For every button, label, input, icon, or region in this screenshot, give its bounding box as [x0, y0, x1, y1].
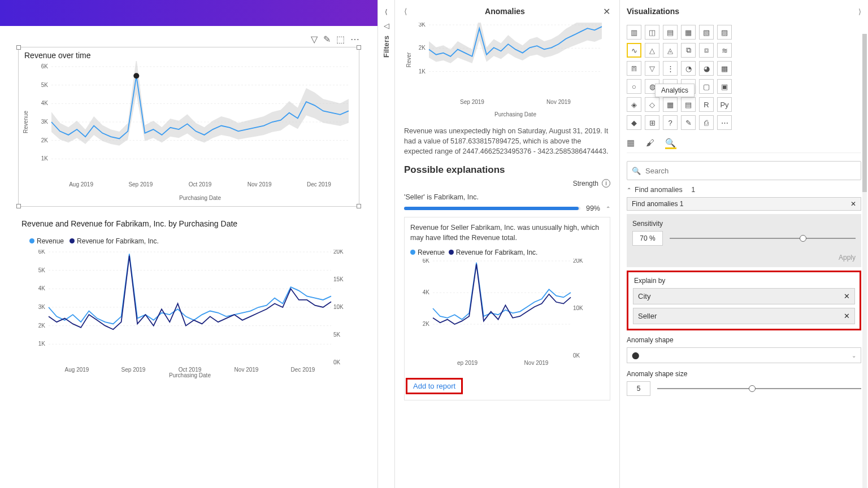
remove-icon[interactable]: ✕ [844, 312, 850, 320]
viz-type-narrative[interactable]: ✎ [681, 115, 696, 130]
shape-size-slider[interactable] [657, 388, 861, 389]
svg-text:2K: 2K [41, 137, 49, 143]
viz-type-funnel[interactable]: ▽ [645, 61, 659, 76]
viz-type-map[interactable]: ○ [627, 79, 641, 94]
filters-pane-collapsed[interactable]: ⟨ ◁ Filters [377, 0, 394, 488]
legend-item: Revenue for Fabrikam, Inc. [77, 237, 159, 245]
viz-type-card[interactable]: ▢ [699, 79, 714, 94]
remove-icon[interactable]: ✕ [844, 292, 850, 300]
visual-toolbar: ▽ ✎ ⬚ ⋯ [18, 32, 359, 47]
viz-type-stacked-col[interactable]: ▤ [663, 25, 678, 40]
svg-text:Purchasing Date: Purchasing Date [494, 111, 536, 117]
svg-text:5K: 5K [38, 267, 46, 273]
explain-field-city[interactable]: City ✕ [633, 288, 855, 304]
viz-type-paginated[interactable]: ⎙ [699, 115, 714, 130]
filter-icon[interactable]: ▽ [311, 34, 318, 45]
find-anomalies-section[interactable]: ⌃ Find anomalies 1 [627, 186, 861, 194]
add-to-report-button[interactable]: Add to report [413, 382, 455, 390]
search-input[interactable] [644, 166, 856, 176]
viz-type-r[interactable]: R [699, 97, 714, 112]
svg-text:Dec 2019: Dec 2019 [291, 367, 315, 373]
fields-tab-icon[interactable]: ▦ [627, 138, 638, 149]
focus-icon[interactable]: ✎ [323, 34, 331, 45]
viz-type-decomp[interactable]: ⊞ [645, 115, 659, 130]
svg-text:Nov 2019: Nov 2019 [235, 367, 259, 373]
analytics-tab-icon[interactable]: 🔍 [665, 138, 676, 149]
chart-legend: Revenue Revenue for Fabrikam, Inc. [18, 235, 359, 247]
viz-type-treemap[interactable]: ▩ [717, 61, 732, 76]
viz-type-more[interactable]: ⋯ [717, 115, 732, 130]
viz-type-qa[interactable]: ? [663, 115, 678, 130]
anomaly-mini-chart: 1K2K3KSep 2019Nov 2019Purchasing DateRev… [404, 23, 607, 119]
anomaly-shape-select[interactable]: ⬤ ⌄ [627, 347, 861, 363]
chevron-left-icon[interactable]: ⟨ [385, 8, 388, 16]
sensitivity-input[interactable]: 70 % [632, 231, 663, 246]
viz-type-multi-card[interactable]: ▣ [717, 79, 732, 94]
viz-type-clustered-col[interactable]: ▦ [681, 25, 696, 40]
svg-text:4K: 4K [423, 289, 430, 295]
chevron-right-icon[interactable]: ⟩ [858, 7, 861, 16]
viz-type-100-col[interactable]: ▨ [717, 25, 732, 40]
viz-type-matrix[interactable]: ▤ [681, 97, 696, 112]
viz-type-key-influencer[interactable]: ◆ [627, 115, 641, 130]
shape-size-input[interactable]: 5 [627, 381, 650, 396]
format-tab-icon[interactable]: 🖌 [646, 138, 657, 149]
viz-type-line-col2[interactable]: ⧈ [699, 43, 714, 58]
viz-type-table[interactable]: ▦ [663, 97, 678, 112]
viz-type-stacked-bar[interactable]: ▥ [627, 25, 641, 40]
viz-type-pie[interactable]: ◔ [681, 61, 696, 76]
sensitivity-slider[interactable] [670, 238, 856, 239]
chevron-up-icon[interactable]: ⌃ [606, 206, 610, 212]
viz-type-line[interactable]: ∿ [627, 43, 641, 58]
apply-button[interactable]: Apply [632, 254, 856, 262]
svg-text:Sep 2019: Sep 2019 [121, 367, 146, 373]
explain-field-seller[interactable]: Seller ✕ [633, 308, 855, 324]
viz-type-stacked-area[interactable]: ◬ [663, 43, 678, 58]
svg-text:3K: 3K [41, 119, 49, 125]
viz-type-kpi[interactable]: ◈ [627, 97, 641, 112]
viz-type-py[interactable]: Py [717, 97, 732, 112]
viz-type-area[interactable]: △ [645, 43, 659, 58]
chevron-down-icon: ⌄ [852, 352, 856, 359]
format-tabs: ▦ 🖌 🔍 [627, 138, 861, 153]
revenue-line-chart: 1K2K3K4K5K6KAug 2019Sep 2019Oct 2019Nov … [21, 61, 357, 202]
svg-text:5K: 5K [41, 82, 49, 88]
svg-text:Revenue: Revenue [23, 111, 29, 133]
revenue-fabrikam-visual[interactable]: Revenue and Revenue for Fabrikam, Inc. b… [18, 218, 359, 381]
viz-type-scatter[interactable]: ⋮ [663, 61, 678, 76]
find-anomalies-item[interactable]: Find anomalies 1 ✕ [627, 197, 861, 211]
export-icon[interactable]: ⬚ [336, 34, 345, 45]
eraser-icon[interactable]: ◁ [384, 21, 389, 30]
svg-text:0K: 0K [573, 352, 580, 359]
sensitivity-label: Sensitivity [632, 220, 856, 228]
svg-text:2K: 2K [419, 45, 426, 51]
scrollbar[interactable] [862, 34, 867, 488]
possible-explanations-title: Possible explanations [404, 164, 610, 176]
svg-text:Dec 2019: Dec 2019 [307, 181, 331, 188]
viz-type-donut[interactable]: ◕ [699, 61, 714, 76]
viz-type-ribbon[interactable]: ≋ [717, 43, 732, 58]
viz-type-100-bar[interactable]: ▧ [699, 25, 714, 40]
close-icon[interactable]: ✕ [603, 6, 610, 17]
title-bar [0, 0, 377, 26]
strength-label: Strength [573, 180, 598, 188]
field-label: Seller [638, 312, 657, 320]
svg-text:Rever: Rever [406, 52, 412, 67]
svg-text:Sep 2019: Sep 2019 [460, 99, 484, 105]
svg-text:Purchasing Date: Purchasing Date [169, 372, 211, 378]
svg-text:1K: 1K [41, 155, 49, 162]
svg-text:5K: 5K [333, 332, 341, 338]
viz-type-clustered-bar[interactable]: ◫ [645, 25, 659, 40]
viz-type-waterfall[interactable]: ⩎ [627, 61, 641, 76]
back-icon[interactable]: ⟨ [404, 7, 407, 16]
remove-icon[interactable]: ✕ [850, 200, 856, 208]
svg-text:Aug 2019: Aug 2019 [69, 181, 93, 188]
info-icon[interactable]: i [602, 179, 610, 188]
viz-type-line-col[interactable]: ⧉ [681, 43, 696, 58]
revenue-over-time-visual[interactable]: Revenue over time 1K2K3K4K5K6KAug 2019Se… [18, 47, 359, 207]
analytics-tooltip: Analytics [655, 84, 695, 97]
viz-type-slicer[interactable]: ◇ [645, 97, 659, 112]
search-box[interactable]: 🔍 [627, 161, 861, 180]
anomalies-title: Anomalies [485, 7, 525, 16]
more-icon[interactable]: ⋯ [350, 34, 359, 45]
